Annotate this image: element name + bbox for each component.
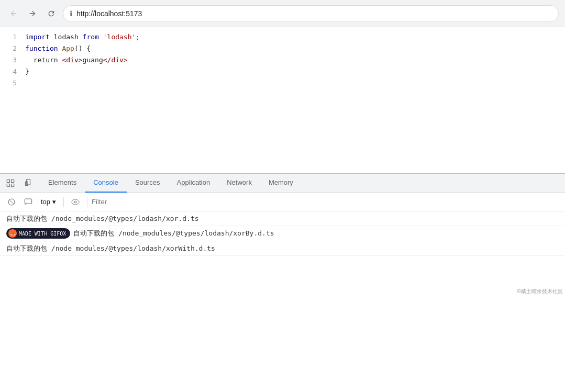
entry-text: 自动下载的包 /node_modules/@types/lodash/xorWi… <box>6 244 215 253</box>
tab-application[interactable]: Application <box>169 174 219 193</box>
clear-console-button[interactable] <box>4 195 19 209</box>
tab-network[interactable]: Network <box>218 174 260 193</box>
refresh-button[interactable] <box>44 6 59 21</box>
filter-input[interactable] <box>92 196 561 208</box>
tab-console[interactable]: Console <box>85 174 127 193</box>
console-toolbar: top ▾ <box>0 193 565 211</box>
line-number: 1 <box>0 31 25 43</box>
browser-toolbar: ℹ http://localhost:5173 <box>0 0 565 27</box>
info-icon: ℹ <box>70 9 72 18</box>
line-code: function App() { <box>25 43 91 54</box>
code-line-2: 2 function App() { <box>0 43 565 54</box>
tab-elements[interactable]: Elements <box>40 174 85 193</box>
svg-rect-4 <box>27 179 30 185</box>
svg-rect-1 <box>12 180 14 182</box>
line-code: return <div>guang</div> <box>25 54 128 66</box>
line-number: 5 <box>0 77 25 89</box>
tab-sources[interactable]: Sources <box>127 174 169 193</box>
svg-rect-8 <box>25 199 31 204</box>
watermark-text: ©橘土曜余技术社区 <box>517 288 563 294</box>
selector-icon-button[interactable] <box>2 175 19 192</box>
tab-memory[interactable]: Memory <box>260 174 302 193</box>
line-number: 3 <box>0 54 25 66</box>
context-label: top <box>41 198 50 206</box>
svg-point-10 <box>74 201 76 203</box>
code-line-3: 3 return <div>guang</div> <box>0 54 565 66</box>
svg-rect-0 <box>7 180 9 182</box>
gifox-icon: 🦊 <box>8 229 17 238</box>
svg-rect-2 <box>7 184 9 186</box>
svg-line-7 <box>9 199 14 204</box>
code-content: 1 import lodash from 'lodash'; 2 functio… <box>0 27 565 93</box>
live-expressions-button[interactable] <box>68 195 83 209</box>
context-selector[interactable]: top ▾ <box>38 197 59 207</box>
back-button[interactable] <box>6 6 21 21</box>
console-entry-1: 自动下载的包 /node_modules/@types/lodash/xor.d… <box>0 211 565 226</box>
code-line-5: 5 <box>0 77 565 89</box>
address-bar[interactable]: ℹ http://localhost:5173 <box>63 5 559 22</box>
watermark: ©橘土曜余技术社区 <box>517 288 563 295</box>
line-number: 2 <box>0 43 25 54</box>
line-code: import lodash from 'lodash'; <box>25 31 140 43</box>
code-line-4: 4 } <box>0 66 565 77</box>
entry-text: 自动下载的包 /node_modules/@types/lodash/xor.d… <box>6 214 199 223</box>
gifox-label: MADE WITH GIFOX <box>19 231 66 237</box>
code-line-1: 1 import lodash from 'lodash'; <box>0 31 565 43</box>
gifox-badge: 🦊 MADE WITH GIFOX <box>6 228 70 239</box>
entry-text: 自动下载的包 /node_modules/@types/lodash/xorBy… <box>73 229 274 238</box>
dropdown-arrow-icon: ▾ <box>52 198 56 206</box>
url-text: http://localhost:5173 <box>76 9 142 18</box>
console-entry-3: 自动下载的包 /node_modules/@types/lodash/xorWi… <box>0 241 565 256</box>
console-entry-2: 🦊 MADE WITH GIFOX 自动下载的包 /node_modules/@… <box>0 226 565 241</box>
toolbar-divider-2 <box>87 197 87 207</box>
console-entries: 自动下载的包 /node_modules/@types/lodash/xor.d… <box>0 211 565 296</box>
messages-icon-button[interactable] <box>21 195 36 209</box>
line-number: 4 <box>0 66 25 77</box>
main-viewport: 1 import lodash from 'lodash'; 2 functio… <box>0 27 565 296</box>
inspector-icon-button[interactable] <box>21 175 38 192</box>
devtools-panel: Elements Console Sources Application Net… <box>0 173 565 296</box>
toolbar-divider <box>63 197 64 207</box>
line-code: } <box>25 66 29 77</box>
devtools-tabbar: Elements Console Sources Application Net… <box>0 174 565 193</box>
svg-rect-3 <box>12 184 14 186</box>
forward-button[interactable] <box>25 6 40 21</box>
